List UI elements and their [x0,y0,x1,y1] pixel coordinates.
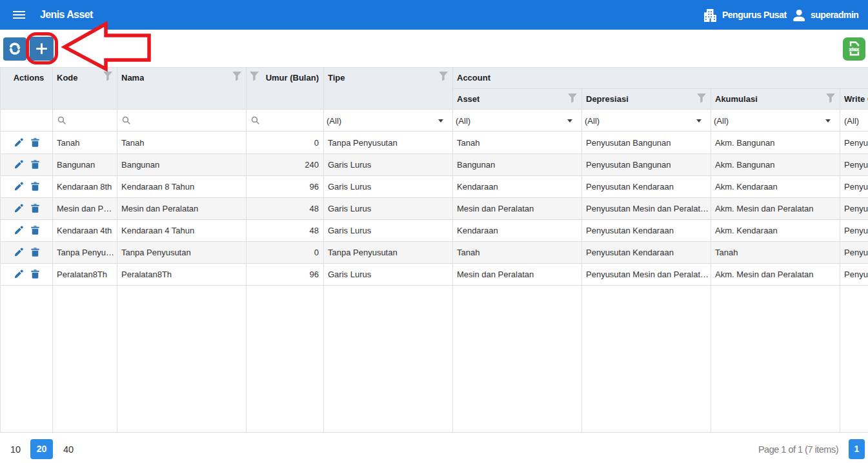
svg-text:xlsx: xlsx [849,46,860,52]
